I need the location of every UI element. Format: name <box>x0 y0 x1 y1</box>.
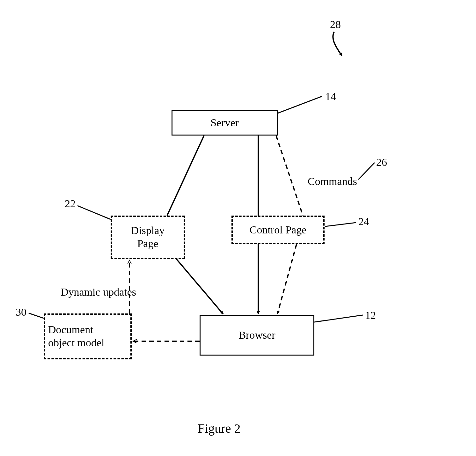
dynamic-updates-label: Dynamic updates <box>61 286 136 298</box>
display-page-ref-22: 22 <box>65 198 76 210</box>
leader-26 <box>358 163 375 180</box>
dom-label: Document object model <box>48 323 105 349</box>
server-ref-14: 14 <box>325 91 336 103</box>
browser-label: Browser <box>238 329 275 342</box>
control-page-box: Control Page <box>231 216 325 244</box>
control-page-label: Control Page <box>250 224 306 237</box>
dom-ref-30: 30 <box>16 306 26 318</box>
server-box: Server <box>172 110 278 136</box>
browser-box: Browser <box>200 315 314 356</box>
figure-ref-28: 28 <box>330 18 341 31</box>
leader-30 <box>29 313 44 318</box>
conn-server-display <box>167 136 204 216</box>
server-label: Server <box>210 116 239 129</box>
conn-server-control-dashed <box>276 136 303 216</box>
curvy-arrow-28 <box>333 32 342 56</box>
leader-12 <box>314 315 363 322</box>
leader-14 <box>278 96 322 113</box>
browser-ref-12: 12 <box>365 309 376 321</box>
display-page-label: Display Page <box>131 224 165 250</box>
control-page-ref-24: 24 <box>358 216 369 228</box>
commands-label: Commands <box>308 175 357 188</box>
dom-box: Document object model <box>44 313 132 359</box>
leader-22 <box>77 206 111 219</box>
diagram-canvas: Server Display Page Control Page Documen… <box>0 0 476 456</box>
commands-ref-26: 26 <box>376 156 387 168</box>
conn-display-browser <box>176 259 223 314</box>
display-page-box: Display Page <box>111 216 185 259</box>
figure-caption: Figure 2 <box>198 421 240 436</box>
leader-24 <box>325 223 356 226</box>
conn-control-browser-dashed <box>277 244 297 314</box>
